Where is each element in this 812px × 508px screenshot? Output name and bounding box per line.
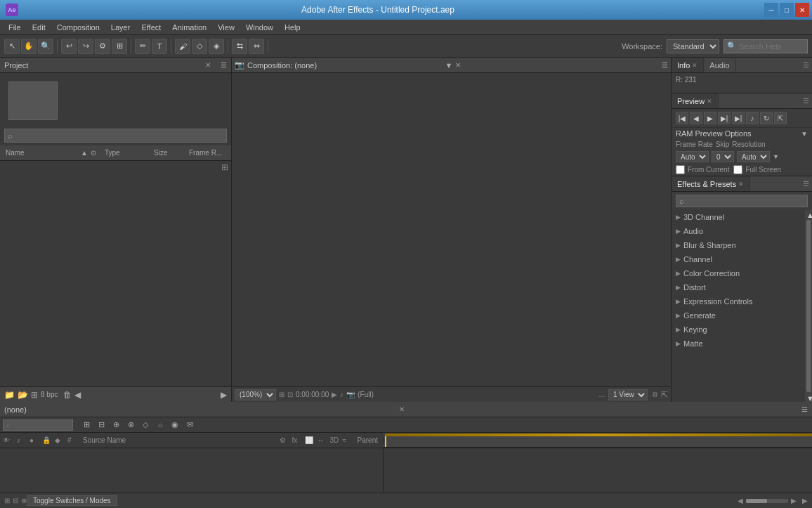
effect-keying[interactable]: ▶ Keying	[672, 323, 805, 337]
full-screen-checkbox[interactable]	[733, 165, 742, 174]
resolution-dropdown[interactable]: ▼	[773, 153, 779, 160]
effect-generate[interactable]: ▶ Generate	[672, 308, 805, 323]
comp-more-icon[interactable]: …	[598, 391, 605, 398]
tl-zoom-in-icon[interactable]: ▶	[791, 497, 797, 504]
redo-btn[interactable]: ↪	[78, 39, 93, 54]
effect-color-correction[interactable]: ▶ Color Correction	[672, 266, 805, 280]
menu-edit[interactable]: Edit	[27, 22, 51, 33]
magnify-tool[interactable]: 🔍	[38, 39, 53, 54]
comp-preview-icon[interactable]: ▶	[332, 391, 337, 398]
skip-select[interactable]: 0	[712, 151, 734, 162]
last-frame-btn[interactable]: ▶|	[732, 112, 745, 124]
tl-tool-6[interactable]: ○	[154, 419, 166, 431]
scrollbar-down-btn[interactable]: ▼	[806, 394, 811, 401]
menu-animation[interactable]: Animation	[166, 22, 212, 33]
effect-3d-channel[interactable]: ▶ 3D Channel	[672, 210, 805, 224]
ram-preview-dropdown[interactable]: ▼	[801, 130, 808, 138]
project-panel-menu[interactable]: ☰	[221, 61, 227, 69]
tool6[interactable]: ⇔	[249, 39, 264, 54]
tl-tool-2[interactable]: ⊟	[95, 419, 107, 431]
tl-footer-icon-1[interactable]: ⊞	[4, 497, 10, 504]
timeline-zoom-slider[interactable]	[746, 499, 788, 503]
tl-tool-3[interactable]: ⊕	[110, 419, 122, 431]
effects-panel-fold[interactable]: ☰	[803, 180, 809, 188]
tab-audio[interactable]: Audio	[704, 58, 735, 72]
maximize-button[interactable]: □	[780, 3, 794, 17]
frame-rate-select[interactable]: Auto	[676, 151, 709, 162]
menu-help[interactable]: Help	[279, 22, 306, 33]
effects-scrollbar[interactable]: ▲ ▼	[805, 210, 812, 402]
new-comp-icon[interactable]: 📁	[4, 390, 15, 400]
brush-tool[interactable]: 🖌	[175, 39, 190, 54]
menu-composition[interactable]: Composition	[51, 22, 105, 33]
comp-panel-close[interactable]: ✕	[455, 61, 461, 69]
comp-settings-icon[interactable]: ⚙	[652, 391, 658, 398]
undo-btn[interactable]: ↩	[61, 39, 77, 54]
workspace-select[interactable]: Standard	[667, 39, 719, 53]
eraser-tool[interactable]: ◇	[192, 39, 207, 54]
effect-distort[interactable]: ▶ Distort	[672, 280, 805, 294]
project-settings-icon[interactable]: ⊞	[31, 390, 38, 400]
tl-tool-4[interactable]: ⊗	[124, 419, 137, 431]
expand-preview-btn[interactable]: ⇱	[774, 112, 787, 124]
comp-view-select[interactable]: 1 View	[608, 389, 648, 400]
close-button[interactable]: ✕	[795, 3, 809, 17]
toggle-switches-button[interactable]: Toggle Switches / Modes	[27, 495, 117, 506]
preview-panel-fold[interactable]: ☰	[803, 97, 809, 105]
arrow-left-icon[interactable]: ◀	[74, 390, 81, 400]
timeline-panel-menu[interactable]: ☰	[801, 405, 808, 413]
effect-matte[interactable]: ▶ Matte	[672, 337, 805, 351]
effect-blur-sharpen[interactable]: ▶ Blur & Sharpen	[672, 238, 805, 252]
tab-effects-close[interactable]: ✕	[738, 181, 744, 188]
menu-window[interactable]: Window	[240, 22, 279, 33]
timeline-search-input[interactable]	[3, 419, 73, 431]
stamp-tool[interactable]: ◈	[209, 39, 224, 54]
tab-info[interactable]: Info ✕	[672, 58, 704, 72]
search-help-input[interactable]	[739, 42, 809, 51]
project-search-input[interactable]	[14, 131, 223, 140]
tl-zoom-out-icon[interactable]: ◀	[738, 497, 743, 504]
menu-file[interactable]: File	[3, 22, 27, 33]
tool5[interactable]: ⇆	[232, 39, 247, 54]
next-frame-btn[interactable]: ▶|	[718, 112, 731, 124]
tl-tool-5[interactable]: ◇	[139, 419, 152, 431]
tl-footer-icon-3[interactable]: ⊕	[21, 497, 27, 504]
scrollbar-thumb[interactable]	[806, 220, 811, 392]
loop-btn[interactable]: ↻	[760, 112, 773, 124]
hand-tool[interactable]: ✋	[21, 39, 37, 54]
selection-tool[interactable]: ↖	[4, 39, 20, 54]
arrow-right-icon[interactable]: ▶	[221, 390, 227, 400]
info-panel-fold[interactable]: ☰	[803, 61, 809, 69]
play-btn[interactable]: ▶	[704, 112, 716, 124]
comp-audio-icon[interactable]: ♪	[340, 391, 343, 398]
resolution-select[interactable]: Auto	[737, 151, 770, 162]
tl-tool-1[interactable]: ⊞	[80, 419, 93, 431]
comp-snapshot-icon[interactable]: 📷	[346, 391, 355, 398]
effect-audio[interactable]: ▶ Audio	[672, 224, 805, 238]
delete-icon[interactable]: 🗑	[63, 390, 72, 400]
from-current-checkbox[interactable]	[676, 165, 685, 174]
comp-expand-icon[interactable]: ⇱	[661, 390, 668, 400]
tl-tool-8[interactable]: ✉	[183, 419, 196, 431]
new-folder-icon[interactable]: 📂	[18, 390, 28, 400]
comp-dropdown-icon[interactable]: ▼	[445, 61, 453, 70]
tool3[interactable]: ⚙	[95, 39, 110, 54]
tl-scroll-right-icon[interactable]: ▶	[802, 497, 808, 504]
comp-panel-menu[interactable]: ☰	[662, 61, 668, 69]
tab-info-close[interactable]: ✕	[692, 62, 698, 69]
pen-tool[interactable]: ✏	[135, 39, 150, 54]
effect-expression-controls[interactable]: ▶ Expression Controls	[672, 294, 805, 308]
menu-effect[interactable]: Effect	[136, 22, 166, 33]
first-frame-btn[interactable]: |◀	[676, 112, 688, 124]
tl-footer-icon-2[interactable]: ⊟	[13, 497, 18, 504]
comp-fit-icon[interactable]: ⊞	[279, 391, 284, 398]
project-panel-close[interactable]: ✕	[205, 61, 211, 69]
tl-tool-7[interactable]: ◉	[169, 419, 181, 431]
menu-layer[interactable]: Layer	[105, 22, 136, 33]
menu-view[interactable]: View	[212, 22, 240, 33]
tab-preview-close[interactable]: ✕	[707, 98, 712, 105]
comp-resolution-icon[interactable]: ⊡	[287, 391, 293, 398]
tool4[interactable]: ⊞	[112, 39, 127, 54]
prev-frame-btn[interactable]: ◀	[690, 112, 702, 124]
tab-preview[interactable]: Preview ✕	[672, 93, 719, 108]
